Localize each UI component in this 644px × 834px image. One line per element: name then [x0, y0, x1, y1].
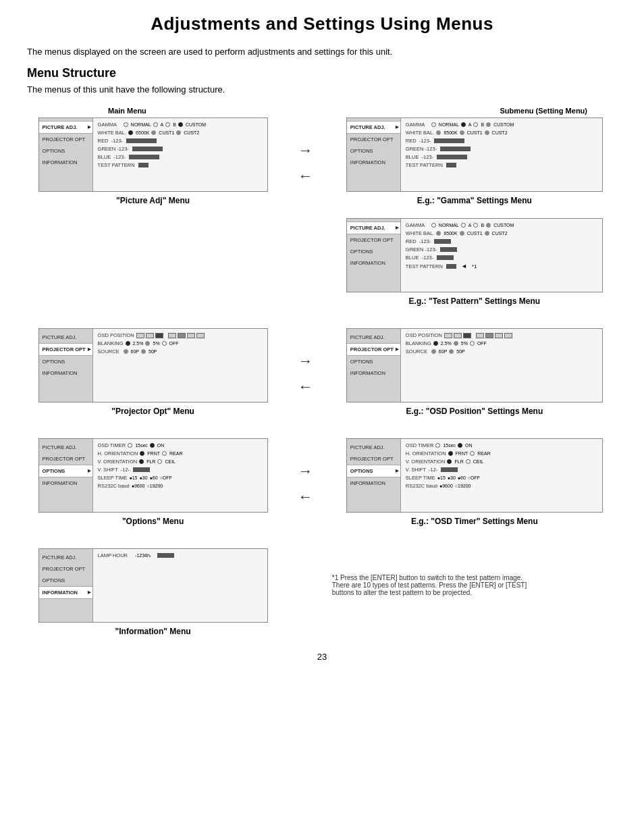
osdpos-r-5: [454, 341, 458, 346]
opt-cust1: CUST1: [159, 130, 174, 135]
green-slider: [132, 147, 163, 151]
sidebar-opt-options: OPTIONS: [39, 465, 92, 477]
osdpos-r-off: [470, 341, 475, 346]
g-green-slider: [440, 147, 471, 151]
col-left-picture: PICTURE ADJ. PROJECTOR OPT OPTIONS INFOR…: [27, 118, 279, 209]
proj-opt-60p: 60P: [131, 349, 139, 354]
opt-osdtimer-label: OSD TIMER: [98, 442, 126, 448]
sidebar-proj-proj: PROJECTOR OPT: [39, 343, 92, 356]
test-row-green: GREEN -123-: [406, 246, 597, 253]
proj-osdpos-label: OSD POSITION: [98, 332, 134, 338]
row-testpattern: TEST PATTERN: [98, 162, 263, 168]
arrow-right-2: →: [298, 353, 313, 370]
gamma-label: GAMMA: [98, 122, 122, 128]
menu-box-options: PICTURE ADJ. PROJECTOR OPT OPTIONS INFOR…: [38, 438, 268, 513]
t-radio-6500k: [436, 231, 441, 236]
test-row-blue: BLUE -123-: [406, 255, 597, 261]
col-left-projector: PICTURE ADJ. PROJECTOR OPT OPTIONS INFOR…: [27, 328, 279, 419]
right-col-options: PICTURE ADJ. PROJECTOR OPT OPTIONS INFOR…: [332, 438, 617, 529]
content-gamma: GAMMA NORMAL A B CUSTOM WHITE BAL. 6500K…: [401, 118, 602, 191]
osdpos-opt-50p: 50P: [456, 349, 464, 354]
osdtimer-sleep-label: SLEEP TIME: [406, 475, 435, 481]
opt-vshift-slider: [133, 467, 150, 472]
g-opt-a: A: [468, 122, 472, 127]
osdtimer-opt-on: ON: [465, 443, 473, 448]
g-wb-label: WHITE BAL.: [406, 130, 435, 136]
t-radio-custom: [486, 223, 491, 228]
radio-custom: [178, 122, 183, 127]
arrow-right-1: →: [298, 142, 313, 159]
g-test-bar: [446, 163, 456, 167]
t-opt-cust1: CUST1: [467, 231, 483, 236]
t-arrow: ◄: [461, 263, 467, 269]
t-radio-a: [461, 223, 466, 228]
proj-r-50p: [141, 349, 146, 354]
opt-r-frnt: [140, 451, 144, 456]
menu-box-test: PICTURE ADJ. PROJECTOR OPT OPTIONS INFOR…: [346, 218, 603, 292]
opt-vshift-label: V. SHIFT -12-: [98, 467, 130, 473]
osdpos-blanking-label: BLANKING: [406, 340, 431, 346]
gamma-submenu-label: E.g.: "Gamma" Settings Menu: [417, 196, 532, 205]
g-opt-6500k: 6500K: [444, 130, 457, 135]
g-opt-normal: NORMAL: [439, 122, 459, 127]
test-bar: [138, 163, 149, 167]
menu-box-picture-adj: PICTURE ADJ. PROJECTOR OPT OPTIONS INFOR…: [38, 118, 268, 192]
menus-container: PICTURE ADJ. PROJECTOR OPT OPTIONS INFOR…: [27, 118, 617, 640]
osdtimer-r-flr: [447, 459, 452, 464]
sidebar-test: PICTURE ADJ. PROJECTOR OPT OPTIONS INFOR…: [347, 219, 401, 292]
gamma-row-blue: BLUE -123-: [406, 154, 597, 160]
info-lamp-bar: [157, 553, 174, 558]
opt-row-sleep: SLEEP TIME ●15 ●30 ●60 ○OFF: [98, 475, 263, 481]
opt-b: B: [173, 122, 176, 127]
g-blue-slider: [437, 155, 467, 159]
col-left-options: PICTURE ADJ. PROJECTOR OPT OPTIONS INFOR…: [27, 438, 279, 529]
page-title: Adjustments and Settings Using Menus: [27, 14, 617, 34]
opt-row-vorient: V. ORIENTATION FLR CEIL: [98, 459, 263, 465]
g-opt-custom: CUSTOM: [493, 122, 514, 127]
osdtimer-opt-15: ●15: [437, 475, 446, 480]
opt-vorient-label: V. ORIENTATION: [98, 459, 138, 465]
opt-opt-ceil: CEIL: [165, 459, 176, 464]
osdtimer-r-ceil: [466, 459, 471, 464]
proj-r-25: [126, 341, 130, 346]
t-blue: BLUE -123-: [406, 255, 433, 261]
sidebar-osdtimer-opt: OPTIONS: [347, 465, 400, 477]
sidebar-projector: PICTURE ADJ. PROJECTOR OPT OPTIONS INFOR…: [39, 329, 93, 402]
row-options: PICTURE ADJ. PROJECTOR OPT OPTIONS INFOR…: [27, 438, 617, 529]
t-blue-slider: [437, 255, 454, 260]
content-osdpos: OSD POSITION: [401, 329, 602, 402]
projector-opt-menu-label: "Projector Opt" Menu: [111, 407, 194, 416]
osd2-c1: [444, 333, 452, 338]
osdpos-opt-60p: 60P: [439, 349, 447, 354]
g-opt-b: B: [481, 122, 484, 127]
radio-a: [153, 122, 158, 127]
t-opt-b: B: [481, 223, 484, 228]
g-radio-6500k: [436, 130, 441, 135]
osdtimer-row-vshift: V. SHIFT -12-: [406, 467, 597, 473]
osdpos-source-label: SOURCE: [406, 348, 429, 355]
radio-6500k: [128, 130, 133, 135]
gamma-row-green: GREEN -123-: [406, 146, 597, 152]
opt-horient-label: H. ORIENTATION: [98, 450, 138, 457]
opt-r-flr: [139, 459, 144, 464]
blue-slider: [129, 155, 159, 159]
sidebar-osdtimer-info: INFORMATION: [347, 477, 400, 489]
row-projector-opt: PICTURE ADJ. PROJECTOR OPT OPTIONS INFOR…: [27, 328, 617, 419]
osd2-c4: [476, 333, 484, 338]
arrow-right-3: →: [298, 463, 313, 480]
osd-c7: [196, 333, 205, 338]
proj-opt-off: OFF: [169, 341, 179, 346]
info-row-lamp: LAMP HOUR -1234h-: [98, 552, 263, 558]
menu-box-info: PICTURE ADJ. PROJECTOR OPT OPTIONS INFOR…: [38, 548, 268, 623]
osdtimer-r-on: [458, 443, 462, 448]
opt-6500k: 6500K: [136, 130, 149, 135]
osd-c4: [168, 333, 176, 338]
osdtimer-opt-flr: FLR: [454, 459, 463, 464]
proj-opt-50p: 50P: [149, 349, 157, 354]
column-headers: Main Menu Submenu (Setting Menu): [27, 107, 614, 115]
whiteball-label: WHITE BAL.: [98, 130, 127, 136]
row-gamma: GAMMA NORMAL A B CUSTOM: [98, 122, 263, 128]
osdtimer-opt-toff: ○OFF: [468, 475, 480, 480]
t-radio-normal: [431, 223, 436, 228]
opt-normal: NORMAL: [131, 122, 151, 127]
